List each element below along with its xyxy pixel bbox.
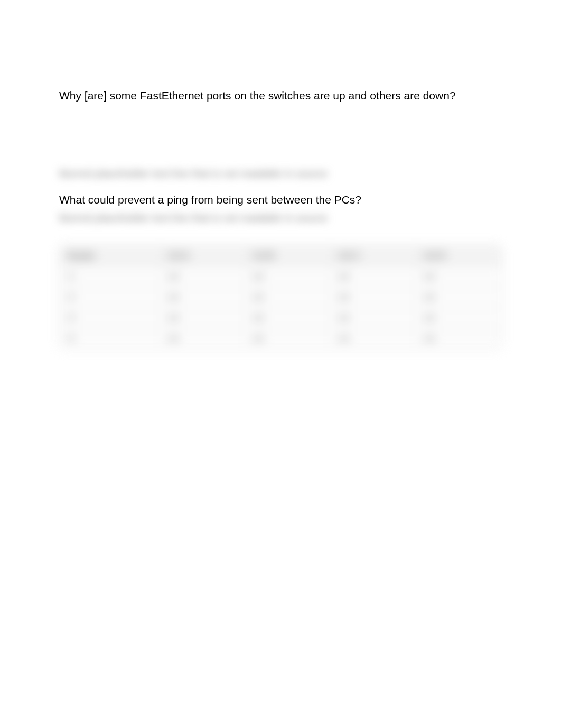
table-row: r3 val val val val — [60, 308, 502, 328]
table-cell: val — [416, 328, 501, 349]
table-cell: val — [160, 328, 245, 349]
blurred-text-above: blurred placeholder text line that is no… — [59, 168, 502, 180]
table-cell: val — [245, 328, 331, 349]
table-cell: r4 — [60, 328, 160, 349]
blurred-text-below: blurred placeholder text line that is no… — [59, 212, 502, 224]
table-header: Col C — [331, 246, 416, 266]
table-row: r1 val val val val — [60, 266, 502, 287]
blurred-table: Header Col A Col B Col C Col D r1 val va… — [59, 245, 502, 349]
data-table: Header Col A Col B Col C Col D r1 val va… — [59, 245, 502, 349]
table-cell: r1 — [60, 266, 160, 287]
table-cell: val — [416, 287, 501, 308]
table-header: Col A — [160, 246, 245, 266]
table-cell: val — [245, 287, 331, 308]
table-header: Col D — [416, 246, 501, 266]
table-cell: val — [331, 266, 416, 287]
table-cell: val — [416, 308, 501, 328]
table-row: r4 val val val val — [60, 328, 502, 349]
table-cell: val — [160, 308, 245, 328]
question-1-text: Why [are] some FastEthernet ports on the… — [59, 89, 456, 102]
table-header: Col B — [245, 246, 331, 266]
question-2: What could prevent a ping from being sen… — [59, 191, 502, 208]
document-page: Why [are] some FastEthernet ports on the… — [0, 0, 561, 349]
table-cell: val — [331, 287, 416, 308]
table-header-row: Header Col A Col B Col C Col D — [60, 246, 502, 266]
table-cell: r3 — [60, 308, 160, 328]
question-2-text: What could prevent a ping from being sen… — [59, 193, 361, 206]
table-cell: val — [245, 308, 331, 328]
table-header: Header — [60, 246, 160, 266]
table-cell: val — [416, 266, 501, 287]
question-1: Why [are] some FastEthernet ports on the… — [59, 87, 502, 104]
table-cell: val — [160, 266, 245, 287]
table-cell: val — [331, 308, 416, 328]
table-cell: val — [331, 328, 416, 349]
table-cell: val — [160, 287, 245, 308]
table-cell: r2 — [60, 287, 160, 308]
table-cell: val — [245, 266, 331, 287]
table-row: r2 val val val val — [60, 287, 502, 308]
